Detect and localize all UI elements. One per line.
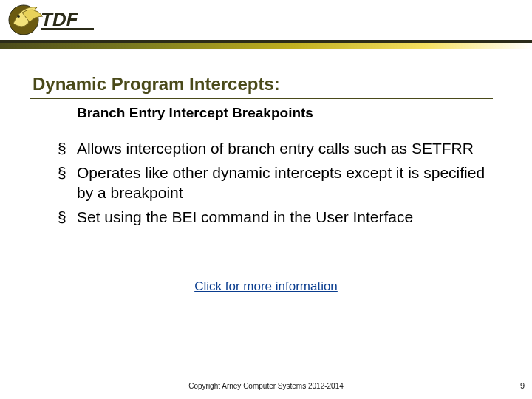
- slide-header: TDF: [0, 0, 532, 52]
- more-info-link[interactable]: Click for more information: [194, 279, 338, 293]
- slide-subtitle: Branch Entry Intercept Breakpoints: [77, 105, 502, 121]
- slide: TDF Dynamic Program Intercepts: Branch E…: [0, 0, 532, 399]
- title-underline: [30, 98, 493, 99]
- logo-text: TDF: [41, 8, 79, 30]
- page-number: 9: [520, 381, 525, 390]
- list-item: Operates like other dynamic intercepts e…: [58, 163, 502, 203]
- svg-rect-2: [41, 28, 94, 30]
- list-item: Set using the BEI command in the User In…: [58, 208, 502, 228]
- more-info: Click for more information: [30, 279, 502, 294]
- svg-point-1: [17, 15, 20, 18]
- list-item: Allows interception of branch entry call…: [58, 139, 502, 159]
- bullet-list: Allows interception of branch entry call…: [30, 139, 502, 228]
- header-rule: [0, 40, 532, 49]
- footer-copyright: Copyright Arney Computer Systems 2012-20…: [0, 382, 532, 390]
- slide-title: Dynamic Program Intercepts:: [33, 74, 502, 95]
- slide-content: Dynamic Program Intercepts: Branch Entry…: [0, 52, 532, 294]
- tdf-logo: TDF: [7, 1, 103, 38]
